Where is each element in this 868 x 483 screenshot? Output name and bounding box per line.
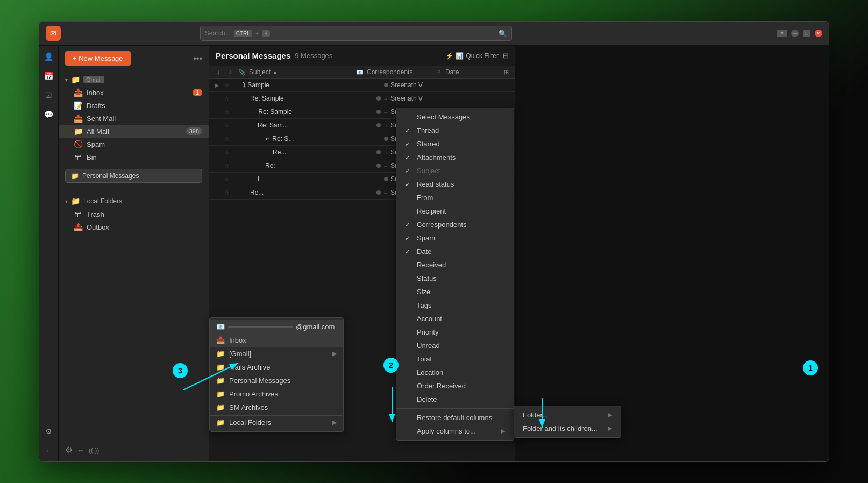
close-button[interactable]: ✕	[815, 30, 822, 37]
personal-messages-button[interactable]: 📁 Personal Messages	[65, 169, 202, 183]
search-bar[interactable]: Search... CTRL + K 🔍	[200, 26, 512, 41]
menu-item-readstatus[interactable]: ✓ Read status	[396, 177, 514, 191]
table-row[interactable]: ☆ Re: Sample → Sreenath V	[209, 92, 515, 105]
quick-filter-button[interactable]: ⚡ 📊 Quick Filter	[445, 52, 499, 60]
check-icon: ✓	[405, 181, 412, 188]
wifi-icon: ((·))	[89, 446, 99, 454]
menu-item-attachments[interactable]: ✓ Attachments	[396, 151, 514, 164]
menu-item-priority[interactable]: Priority	[396, 325, 514, 339]
minimize-button[interactable]: —	[791, 30, 799, 37]
menu-item-correspondents[interactable]: ✓ Correspondents	[396, 218, 514, 231]
attach-col-icon[interactable]: 📎	[237, 69, 247, 76]
menu-item-unread[interactable]: Unread	[396, 339, 514, 352]
column-settings-button[interactable]: ⊞	[503, 52, 509, 60]
menu-item-date[interactable]: ✓ Date	[396, 245, 514, 258]
popup-email-row[interactable]: 📧 @gmail.com	[210, 320, 343, 333]
menu-item-select-messages[interactable]: Select Messages	[396, 110, 514, 124]
popup-item-localfolders[interactable]: 📁 Local Folders ▶	[210, 416, 343, 429]
bin-label: Bin	[87, 153, 202, 161]
settings-button[interactable]: ⚙	[65, 445, 73, 455]
popup-personal-label: Personal Messages	[229, 377, 290, 385]
star-icon[interactable]: ☆	[223, 82, 231, 89]
date-col-header[interactable]: Date	[445, 68, 499, 76]
collapse-icon-bar[interactable]: ←	[42, 444, 55, 457]
popup-item-personalmessages[interactable]: 📁 Personal Messages	[210, 374, 343, 387]
calendar-icon[interactable]: 📅	[42, 69, 55, 82]
apply-folder-item[interactable]: Folder... ▶	[514, 408, 621, 422]
apply-folder-children-item[interactable]: Folder and its children... ▶	[514, 422, 621, 435]
popup-item-gmail[interactable]: 📁 [Gmail] ▶	[210, 347, 343, 360]
sidebar-item-sent[interactable]: 📤 Sent Mail	[59, 112, 209, 125]
popup-item-promoarchives[interactable]: 📁 Promo Archives	[210, 387, 343, 401]
account-section: ▾ 📁 Gmail 📥 Inbox 1 📝 Drafts 📤 Sent Mail	[59, 71, 209, 166]
star-col-icon[interactable]: ☆	[225, 69, 235, 76]
menu-item-received[interactable]: Received	[396, 258, 514, 272]
drafts-label: Drafts	[87, 102, 202, 110]
personal-folder-icon: 📁	[71, 172, 79, 180]
star-icon[interactable]: ☆	[223, 149, 231, 156]
menu-item-delete[interactable]: Delete	[396, 393, 514, 406]
local-folders-label: Local Folders	[83, 197, 122, 205]
folder-children-arrow: ▶	[608, 425, 612, 432]
sidebar-item-trash[interactable]: 🗑 Trash	[59, 208, 209, 221]
chat-icon[interactable]: 💬	[42, 108, 55, 121]
sidebar-item-drafts[interactable]: 📝 Drafts	[59, 99, 209, 112]
local-folders-row[interactable]: ▾ 📁 Local Folders	[59, 195, 209, 208]
new-message-button[interactable]: + New Message	[65, 51, 131, 66]
menu-item-orderreceived[interactable]: Order Received	[396, 379, 514, 393]
menu-item-from[interactable]: From	[396, 191, 514, 204]
settings-icon-bar[interactable]: ⚙	[42, 425, 55, 438]
col-config-icon[interactable]: ⊞	[501, 69, 511, 76]
menu-item-status[interactable]: Status	[396, 272, 514, 285]
menu-button[interactable]: ≡	[777, 30, 787, 37]
message-subject: Re:	[243, 162, 374, 169]
popup-item-smarchives[interactable]: 📁 SM Archives	[210, 401, 343, 414]
menu-item-account[interactable]: Account	[396, 312, 514, 325]
sidebar-item-spam[interactable]: 🚫 Spam	[59, 138, 209, 151]
star-icon[interactable]: ☆	[223, 176, 231, 183]
popup-item-mailsarchive[interactable]: 📁 Mails Archive	[210, 360, 343, 374]
sidebar-item-bin[interactable]: 🗑 Bin	[59, 151, 209, 164]
account-row[interactable]: ▾ 📁 Gmail	[59, 73, 209, 86]
menu-item-location[interactable]: Location	[396, 366, 514, 379]
menu-item-spam[interactable]: ✓ Spam	[396, 231, 514, 245]
menu-item-starred[interactable]: ✓ Starred	[396, 137, 514, 151]
thread-col-icon[interactable]: ⤵	[214, 69, 223, 75]
menu-item-apply-columns[interactable]: Apply columns to... ▶ Folder... ▶ Folder…	[396, 424, 514, 438]
tasks-icon[interactable]: ☑	[42, 89, 55, 102]
table-row[interactable]: ▶ ☆ ⤵ Sample Sreenath V	[209, 79, 515, 92]
star-icon[interactable]: ☆	[223, 136, 231, 143]
collapse-sidebar-button[interactable]: ←	[77, 446, 84, 454]
check-icon: ✓	[405, 127, 412, 134]
menu-item-size[interactable]: Size	[396, 285, 514, 299]
menu-item-restore[interactable]: Restore default columns	[396, 411, 514, 424]
status-col-icon[interactable]: 📧	[355, 69, 365, 76]
star-icon[interactable]: ☆	[223, 109, 231, 116]
menu-item-total[interactable]: Total	[396, 352, 514, 366]
sidebar-item-outbox[interactable]: 📤 Outbox	[59, 221, 209, 233]
star-icon[interactable]: ☆	[223, 95, 231, 102]
menu-item-thread[interactable]: ✓ Thread	[396, 124, 514, 137]
popup-item-inbox[interactable]: 📥 Inbox	[210, 333, 343, 347]
annotation-3: 3	[173, 363, 188, 378]
star-icon[interactable]: ☆	[223, 162, 231, 169]
account-icon[interactable]: 👤	[42, 50, 55, 63]
menu-item-subject[interactable]: ✓ Subject	[396, 164, 514, 177]
read-status-dot	[376, 96, 381, 101]
check-icon: ✓	[405, 154, 412, 161]
sidebar-more-button[interactable]: •••	[193, 54, 202, 63]
quick-filter-icon2: 📊	[456, 52, 464, 60]
star-icon[interactable]: ☆	[223, 189, 231, 196]
column-chooser-menu: Select Messages ✓ Thread ✓ Starred ✓ Att…	[396, 108, 514, 441]
subject-col-header[interactable]: Subject ▲	[249, 68, 353, 76]
menu-item-recipient[interactable]: Recipient	[396, 204, 514, 218]
read-status-dot	[376, 110, 381, 114]
spam-col-icon[interactable]: ⚐	[433, 69, 443, 76]
correspondents-col-header[interactable]: Correspondents	[367, 68, 431, 76]
sidebar-item-inbox[interactable]: 📥 Inbox 1	[59, 86, 209, 99]
folder-arrow: ▶	[608, 411, 612, 418]
menu-item-tags[interactable]: Tags	[396, 299, 514, 312]
star-icon[interactable]: ☆	[223, 122, 231, 129]
sidebar-item-allmail[interactable]: 📁 All Mail 398	[59, 125, 209, 138]
maximize-button[interactable]: □	[803, 30, 810, 37]
